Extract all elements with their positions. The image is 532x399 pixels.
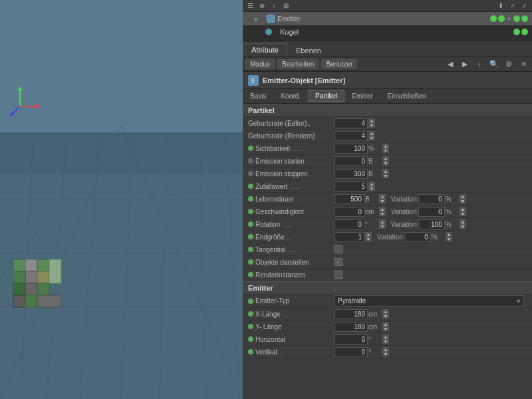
emission-starten-input[interactable] (334, 156, 368, 166)
geburtsrate-editor-down[interactable]: ▼ (368, 123, 375, 128)
emission-stoppen-down[interactable]: ▼ (382, 174, 389, 178)
horizontal-unit: ° (368, 336, 382, 343)
sub-tab-emitter[interactable]: Emitter (344, 90, 380, 102)
geschwindigkeit-var-up[interactable]: ▲ (460, 207, 466, 211)
geburtsrate-editor-input[interactable] (334, 118, 368, 128)
toolbar-icon-4[interactable]: ⊞ (281, 1, 291, 11)
toolbar-icon-1[interactable]: ☰ (245, 1, 255, 11)
y-laenge-input[interactable] (334, 322, 368, 332)
lebensdauer-up[interactable]: ▲ (379, 194, 386, 199)
benutzer-button[interactable]: Benutzer (321, 59, 357, 69)
svg-rect-20 (25, 259, 37, 271)
tab-attribute[interactable]: Attribute (243, 43, 287, 57)
nav-fwd-icon[interactable]: ▶ (459, 59, 471, 70)
prop-sichtbarkeit: Sichtbarkeit ......... % ▲ ▼ (243, 142, 532, 155)
svg-rect-18 (0, 133, 243, 173)
viewport-grid (0, 0, 243, 399)
geburtsrate-editor-label: Geburtsrate (Editor).. (248, 120, 334, 127)
lebensdauer-down[interactable]: ▼ (379, 199, 386, 203)
modus-button[interactable]: Modus (245, 59, 275, 69)
geburtsrate-editor-up[interactable]: ▲ (368, 118, 375, 123)
x-laenge-value: cm ▲ ▼ (334, 309, 527, 319)
vertikal-down[interactable]: ▼ (382, 352, 389, 356)
emission-starten-down[interactable]: ▼ (382, 161, 389, 166)
y-laenge-unit: cm (368, 323, 382, 331)
endgroesse-input[interactable] (334, 232, 364, 242)
object-row-emitter[interactable]: ▸ Emitter ● (243, 12, 532, 25)
sichtbarkeit-up[interactable]: ▲ (382, 144, 389, 148)
endgroesse-variation-input[interactable] (404, 232, 431, 242)
sub-tab-koord[interactable]: Koord. (273, 90, 307, 102)
nav-back-icon[interactable]: ◀ (444, 59, 456, 70)
arrow-icon[interactable]: ↑ (473, 59, 485, 70)
bearbeiten-button[interactable]: Bearbeiten (277, 59, 319, 69)
check-dot-3 (513, 15, 520, 22)
lebensdauer-var-up[interactable]: ▲ (460, 194, 466, 199)
vertikal-up[interactable]: ▲ (382, 347, 389, 352)
endgroesse-var-up[interactable]: ▲ (446, 232, 452, 237)
geschwindigkeit-variation-input[interactable] (418, 207, 445, 217)
geburtsrate-rendern-down[interactable]: ▼ (368, 136, 375, 140)
renderinstanzen-checkbox[interactable] (334, 271, 342, 279)
prop-emitter-typ: Emitter-Typ Pyramide Kegel Zylinder Lini… (243, 295, 532, 308)
emitter-typ-value: Pyramide Kegel Zylinder Linie ▼ (334, 295, 527, 307)
lebensdauer-var-down[interactable]: ▼ (460, 199, 466, 203)
settings-icon[interactable]: ⚙ (503, 59, 515, 70)
sub-tab-partikel[interactable]: Partikel (308, 90, 344, 102)
emission-stoppen-up[interactable]: ▲ (382, 169, 389, 174)
horizontal-input[interactable] (334, 334, 368, 344)
toolbar-icon-7[interactable]: ✓ (520, 1, 529, 11)
emission-starten-up[interactable]: ▲ (382, 156, 389, 161)
close-icon[interactable]: ✕ (517, 59, 529, 70)
horizontal-label: Horizontal (248, 336, 334, 343)
toolbar-icon-2[interactable]: ⊕ (257, 1, 267, 11)
lebensdauer-input[interactable] (334, 194, 364, 204)
emitter-typ-select[interactable]: Pyramide Kegel Zylinder Linie (334, 295, 524, 307)
geschwindigkeit-up[interactable]: ▲ (379, 207, 386, 211)
geburtsrate-rendern-up[interactable]: ▲ (368, 131, 375, 136)
tangential-checkbox[interactable] (334, 245, 342, 253)
object-row-kugel[interactable]: Kugel (243, 25, 532, 39)
lebensdauer-unit: B (365, 196, 378, 203)
kugel-icon (265, 29, 272, 35)
sub-tab-basis[interactable]: Basis (243, 90, 273, 102)
endgroesse-up[interactable]: ▲ (365, 232, 372, 237)
sub-tab-einschliessen[interactable]: Einschließen (380, 90, 433, 102)
lebensdauer-variation-input[interactable] (418, 194, 445, 204)
sichtbarkeit-input[interactable] (334, 144, 368, 154)
y-laenge-down[interactable]: ▼ (382, 327, 389, 331)
geschwindigkeit-input[interactable] (334, 207, 364, 217)
geburtsrate-rendern-input[interactable] (334, 131, 368, 141)
x-laenge-up[interactable]: ▲ (382, 309, 389, 314)
rotation-up[interactable]: ▲ (379, 219, 386, 224)
zufallswert-up[interactable]: ▲ (368, 182, 375, 186)
zufallswert-down[interactable]: ▼ (368, 186, 375, 191)
x-laenge-down[interactable]: ▼ (382, 314, 389, 319)
emission-stoppen-input[interactable] (334, 169, 368, 179)
rotation-var-down[interactable]: ▼ (460, 224, 466, 229)
rotation-var-up[interactable]: ▲ (460, 219, 466, 224)
y-laenge-dot (248, 324, 253, 329)
geschwindigkeit-var-down[interactable]: ▼ (460, 211, 466, 216)
horizontal-up[interactable]: ▲ (382, 334, 389, 339)
horizontal-down[interactable]: ▼ (382, 339, 389, 344)
rotation-variation-input[interactable] (418, 219, 445, 229)
tab-ebenen[interactable]: Ebenen (287, 44, 330, 57)
rotation-input[interactable] (334, 219, 364, 229)
y-laenge-up[interactable]: ▲ (382, 322, 389, 327)
endgroesse-var-down[interactable]: ▼ (446, 237, 452, 241)
zufallswert-input[interactable] (334, 182, 368, 192)
emission-starten-value: B ▲ ▼ (334, 156, 527, 166)
rotation-down[interactable]: ▼ (379, 224, 386, 229)
objekte-darstellen-checkbox[interactable] (334, 258, 342, 266)
toolbar-icon-6[interactable]: ✓ (508, 1, 517, 11)
emitter-typ-dot (248, 299, 253, 304)
sichtbarkeit-down[interactable]: ▼ (382, 148, 389, 153)
endgroesse-down[interactable]: ▼ (365, 237, 372, 241)
search-icon[interactable]: 🔍 (488, 59, 500, 70)
toolbar-icon-5[interactable]: ⬇ (496, 1, 505, 11)
x-laenge-input[interactable] (334, 309, 368, 319)
vertikal-input[interactable] (334, 347, 368, 357)
geschwindigkeit-down[interactable]: ▼ (379, 211, 386, 216)
toolbar-icon-3[interactable]: ↕ (269, 1, 279, 11)
